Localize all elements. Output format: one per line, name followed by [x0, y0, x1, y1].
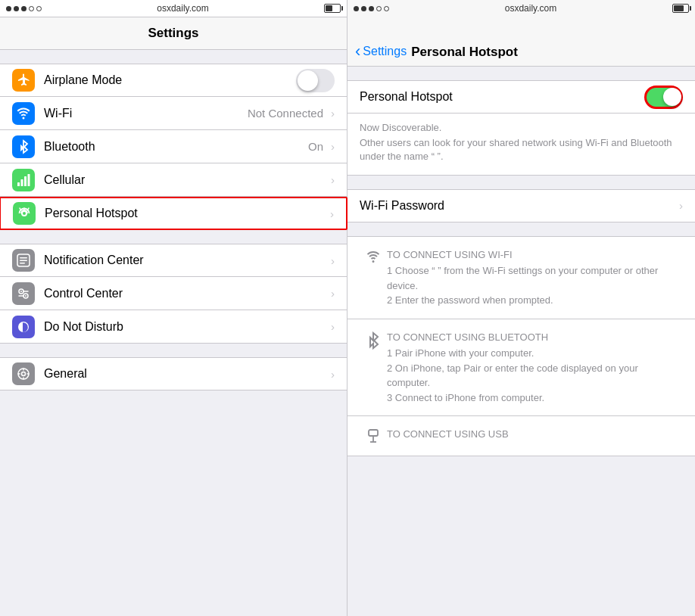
general-label: General: [44, 367, 328, 381]
hotspot-icon-bg: [13, 202, 36, 225]
bluetooth-icon-bg: [12, 135, 35, 158]
dot2: [14, 6, 19, 11]
svg-point-12: [25, 295, 26, 297]
dnd-label: Do Not Disturb: [44, 320, 328, 334]
airplane-row[interactable]: Airplane Mode: [0, 64, 347, 97]
hotspot-toggle-knob: [663, 88, 681, 106]
connect-bluetooth-step2: 2 On iPhone, tap Pair or enter the code …: [387, 361, 683, 390]
signal-dots: [6, 6, 42, 11]
control-icon: [16, 286, 31, 301]
right-nav-header: ‹ Settings Personal Hotspot: [348, 17, 695, 67]
battery-fill: [326, 5, 332, 11]
svg-rect-7: [20, 260, 27, 262]
rdot2: [361, 6, 366, 11]
dnd-chevron: ›: [331, 320, 335, 333]
connect-section: TO CONNECT USING WI-FI 1 Choose “ ” from…: [348, 236, 695, 457]
wifi-connect-icon: [363, 249, 384, 266]
connect-wifi-text: TO CONNECT USING WI-FI 1 Choose “ ” from…: [387, 247, 683, 308]
left-status-bar: osxdaily.com: [0, 0, 347, 17]
bluetooth-label: Bluetooth: [44, 140, 308, 154]
connect-bluetooth-step3: 3 Connect to iPhone from computer.: [387, 390, 683, 406]
hotspot-toggle-row[interactable]: Personal Hotspot: [348, 80, 695, 114]
cellular-icon: [16, 173, 31, 188]
rdot3: [369, 6, 374, 11]
back-label: Settings: [363, 45, 407, 58]
wifi-icon: [16, 106, 31, 121]
connect-usb-title: TO CONNECT USING USB: [387, 427, 683, 442]
airplane-icon: [16, 73, 31, 88]
airplane-toggle-knob: [298, 70, 318, 91]
personal-hotspot-row[interactable]: Personal Hotspot ›: [0, 197, 348, 230]
wifi-row[interactable]: Wi-Fi Not Connected ›: [0, 97, 347, 130]
right-panel: osxdaily.com ‹ Settings Personal Hotspot…: [348, 0, 695, 616]
hotspot-label: Personal Hotspot: [45, 207, 327, 220]
notification-row[interactable]: Notification Center ›: [0, 244, 347, 277]
connect-bluetooth-icon: [360, 330, 387, 353]
cellular-icon-bg: [12, 169, 35, 191]
connect-bluetooth-step1: 1 Pair iPhone with your computer.: [387, 346, 683, 361]
general-icon: [16, 366, 31, 381]
wifi-chevron: ›: [331, 107, 335, 120]
hotspot-toggle[interactable]: [644, 86, 683, 109]
bluetooth-value: On: [308, 140, 323, 153]
wifi-password-row[interactable]: Wi-Fi Password ›: [348, 189, 695, 222]
settings-group-3: General ›: [0, 357, 347, 390]
connect-wifi-step2: 2 Enter the password when prompted.: [387, 293, 683, 308]
airplane-icon-bg: [12, 69, 35, 92]
cellular-label: Cellular: [44, 173, 328, 187]
rdot5: [384, 6, 389, 11]
cellular-row[interactable]: Cellular ›: [0, 163, 347, 197]
airplane-label: Airplane Mode: [44, 73, 296, 87]
discoverable-body: Other users can look for your shared net…: [360, 136, 683, 163]
usb-connect-icon: [363, 428, 384, 445]
wifi-icon-bg: [12, 102, 35, 125]
left-domain: osxdaily.com: [157, 3, 208, 14]
right-battery: [672, 4, 689, 13]
cellular-chevron: ›: [331, 173, 335, 186]
left-nav-header: Settings: [0, 17, 347, 50]
dot4: [29, 6, 34, 11]
svg-rect-8: [20, 263, 25, 264]
back-button[interactable]: ‹ Settings: [355, 43, 407, 60]
connect-usb-text: TO CONNECT USING USB: [387, 427, 683, 443]
svg-point-11: [20, 291, 22, 292]
svg-rect-6: [20, 257, 27, 259]
dnd-icon: [16, 319, 31, 334]
connect-bluetooth-item: TO CONNECT USING BLUETOOTH 1 Pair iPhone…: [348, 319, 695, 417]
connect-usb-icon: [360, 427, 387, 445]
svg-point-4: [22, 211, 26, 216]
rdot4: [376, 6, 382, 11]
back-chevron-icon: ‹: [355, 43, 360, 60]
control-icon-bg: [12, 282, 35, 305]
right-domain: osxdaily.com: [505, 3, 556, 14]
discoverable-title: Now Discoverable.: [360, 121, 683, 135]
svg-rect-2: [24, 176, 26, 186]
svg-point-16: [22, 372, 26, 376]
connect-wifi-step1: 1 Choose “ ” from the Wi-Fi settings on …: [387, 263, 683, 293]
dot5: [36, 6, 42, 11]
notification-icon-bg: [12, 249, 35, 272]
bluetooth-chevron: ›: [331, 140, 335, 153]
connect-wifi-item: TO CONNECT USING WI-FI 1 Choose “ ” from…: [348, 237, 695, 319]
right-content: Personal Hotspot Now Discoverable. Other…: [348, 67, 695, 616]
general-row[interactable]: General ›: [0, 357, 347, 390]
settings-group-1: Airplane Mode Wi-Fi Not Connected ›: [0, 64, 347, 230]
control-chevron: ›: [331, 287, 335, 300]
dnd-row[interactable]: Do Not Disturb ›: [0, 310, 347, 344]
bluetooth-row[interactable]: Bluetooth On ›: [0, 130, 347, 163]
bluetooth-connect-icon: [364, 331, 382, 353]
control-row[interactable]: Control Center ›: [0, 277, 347, 310]
left-battery: [324, 4, 341, 13]
settings-group-2: Notification Center › Control Center ›: [0, 244, 347, 344]
connect-wifi-icon: [360, 247, 387, 266]
dot3: [21, 6, 26, 11]
wifi-value: Not Connected: [248, 107, 323, 120]
wifi-password-chevron: ›: [679, 199, 683, 212]
left-panel: osxdaily.com Settings Airplane Mode: [0, 0, 348, 616]
connect-bluetooth-title: TO CONNECT USING BLUETOOTH: [387, 330, 683, 345]
general-icon-bg: [12, 362, 35, 385]
svg-rect-1: [21, 179, 23, 186]
notification-label: Notification Center: [44, 254, 328, 267]
airplane-toggle[interactable]: [296, 69, 335, 92]
dot1: [6, 6, 11, 11]
